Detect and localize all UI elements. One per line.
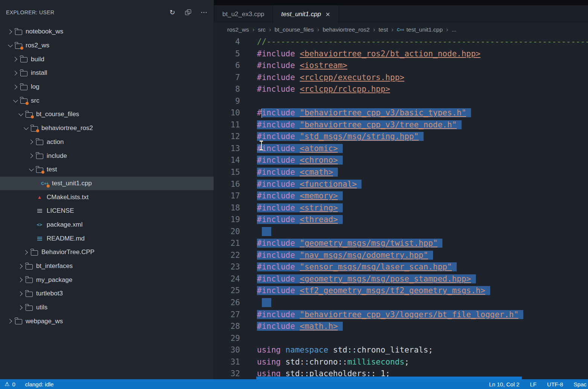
tree-item-package.xml[interactable]: <>package.xml <box>0 218 214 232</box>
line-number[interactable]: 7 <box>214 72 240 84</box>
chevron-expanded-icon[interactable] <box>12 97 19 104</box>
line-number[interactable]: 14 <box>214 154 240 166</box>
code-line[interactable]: 5#include <behaviortree_ros2/bt_action_n… <box>214 48 588 60</box>
chevron-collapsed-icon[interactable] <box>17 263 24 269</box>
status-cursor-position[interactable]: Ln 10, Col 2 <box>489 381 520 387</box>
code-line[interactable]: 28#include <math.h> <box>214 321 588 333</box>
code-line[interactable]: 23#include "sensor_msgs/msg/laser_scan.h… <box>214 261 588 273</box>
tree-item-action[interactable]: action <box>0 135 214 149</box>
line-number[interactable]: 26 <box>214 297 240 309</box>
tree-item-include[interactable]: include <box>0 149 214 163</box>
code-line[interactable]: 15#include <cmath> <box>214 166 588 179</box>
tree-item-build[interactable]: build <box>0 52 214 66</box>
chevron-collapsed-icon[interactable] <box>7 28 14 35</box>
line-number[interactable]: 22 <box>214 250 240 262</box>
chevron-collapsed-icon[interactable] <box>12 56 19 63</box>
chevron-collapsed-icon[interactable] <box>12 83 19 90</box>
line-number[interactable]: 23 <box>214 261 240 273</box>
line-number[interactable]: 15 <box>214 166 240 179</box>
code-line[interactable]: 13#include <atomic> <box>214 143 588 155</box>
breadcrumb-file[interactable]: C++test_unit1.cpp <box>397 26 443 33</box>
chevron-expanded-icon[interactable] <box>28 166 35 173</box>
tab-test_unit1.cpp[interactable]: test_unit1.cpp× <box>273 5 339 23</box>
line-number[interactable]: 24 <box>214 273 240 285</box>
code-line[interactable]: 19#include <thread> <box>214 214 588 226</box>
code-line[interactable]: 9 <box>214 95 588 107</box>
line-number[interactable]: 32 <box>214 368 240 379</box>
tree-item-src[interactable]: src <box>0 94 214 107</box>
code-line[interactable]: 30using namespace std::chrono_literals; <box>214 344 588 356</box>
tab-bt_u2_ex3.cpp[interactable]: bt_u2_ex3.cpp <box>214 5 273 23</box>
tree-item-turtlebot3[interactable]: turtlebot3 <box>0 287 214 301</box>
code-line[interactable]: 12#include "std_msgs/msg/string.hpp" <box>214 131 588 143</box>
breadcrumb-item-behaviortree_ros2[interactable]: behaviortree_ros2 <box>323 26 370 33</box>
chevron-collapsed-icon[interactable] <box>28 139 35 145</box>
collapse-folders-icon[interactable] <box>184 9 192 16</box>
tree-item-test[interactable]: test <box>0 163 214 177</box>
line-number[interactable]: 4 <box>214 36 240 48</box>
tree-item-test_unit1.cpp[interactable]: C++test_unit1.cpp <box>0 177 214 191</box>
code-line[interactable]: 24#include <geometry_msgs/msg/pose_stamp… <box>214 273 588 285</box>
status-eol-sequence[interactable]: LF <box>530 381 537 387</box>
code-line[interactable]: 31using std::chrono::milliseconds; <box>214 356 588 368</box>
code-line[interactable]: 16#include <functional> <box>214 179 588 191</box>
line-number[interactable]: 25 <box>214 285 240 297</box>
chevron-collapsed-icon[interactable] <box>17 277 24 283</box>
line-number[interactable]: 19 <box>214 214 240 226</box>
tree-item-utils[interactable]: utils <box>0 301 214 315</box>
line-number[interactable]: 17 <box>214 190 240 202</box>
line-number[interactable]: 27 <box>214 309 240 321</box>
code-line[interactable]: 10#include "behaviortree_cpp_v3/basic_ty… <box>214 107 588 119</box>
line-number[interactable]: 9 <box>214 95 240 107</box>
line-number[interactable]: 16 <box>214 179 240 191</box>
tree-item-BehaviorTree.CPP[interactable]: BehaviorTree.CPP <box>0 245 214 259</box>
line-number[interactable]: 8 <box>214 83 240 95</box>
code-line[interactable]: 27#include "behaviortree_cpp_v3/loggers/… <box>214 309 588 321</box>
problems-indicator[interactable]: ⚠ 0 <box>5 381 15 387</box>
tree-item-bt_interfaces[interactable]: bt_interfaces <box>0 259 214 273</box>
more-actions-icon[interactable]: ⋯ <box>200 9 208 16</box>
code-line[interactable]: 29 <box>214 333 588 345</box>
status-encoding[interactable]: UTF-8 <box>547 381 563 387</box>
code-line[interactable]: 20 <box>214 226 588 238</box>
chevron-expanded-icon[interactable] <box>7 42 14 49</box>
tree-item-log[interactable]: log <box>0 80 214 94</box>
line-number[interactable]: 28 <box>214 321 240 333</box>
chevron-collapsed-icon[interactable] <box>28 153 35 159</box>
line-number[interactable]: 12 <box>214 131 240 143</box>
code-line[interactable]: 22#include "nav_msgs/msg/odometry.hpp" <box>214 250 588 262</box>
chevron-collapsed-icon[interactable] <box>7 318 14 325</box>
tree-item-my_package[interactable]: my_package <box>0 273 214 287</box>
chevron-collapsed-icon[interactable] <box>17 290 24 297</box>
code-line[interactable]: 21#include "geometry_msgs/msg/twist.hpp" <box>214 238 588 250</box>
chevron-collapsed-icon[interactable] <box>12 70 19 76</box>
clangd-status[interactable]: clangd: idle <box>25 381 54 387</box>
breadcrumb-symbol-ellipsis[interactable]: ... <box>451 26 456 33</box>
code-line[interactable]: 17#include <memory> <box>214 190 588 202</box>
line-number[interactable]: 10 <box>214 107 240 119</box>
tree-item-README.md[interactable]: README.md <box>0 232 214 245</box>
line-number[interactable]: 21 <box>214 238 240 250</box>
line-number[interactable]: 20 <box>214 226 240 238</box>
close-tab-icon[interactable]: × <box>325 11 330 18</box>
line-number[interactable]: 30 <box>214 344 240 356</box>
refresh-explorer-icon[interactable]: ↻ <box>169 9 176 16</box>
line-number[interactable]: 29 <box>214 333 240 345</box>
status-indentation[interactable]: Spac <box>574 381 586 387</box>
tree-item-notebook_ws[interactable]: notebook_ws <box>0 25 214 39</box>
code-line[interactable]: 14#include <chrono> <box>214 154 588 166</box>
code-line[interactable]: 25#include <tf2_geometry_msgs/tf2_geomet… <box>214 285 588 297</box>
chevron-collapsed-icon[interactable] <box>23 249 29 256</box>
line-number[interactable]: 11 <box>214 119 240 131</box>
code-line[interactable]: 4//-------------------------------------… <box>214 36 588 48</box>
code-line[interactable]: 7#include <rclcpp/executors.hpp> <box>214 72 588 84</box>
breadcrumb-item-bt_course_files[interactable]: bt_course_files <box>275 26 314 33</box>
tree-item-LICENSE[interactable]: LICENSE <box>0 204 214 218</box>
line-number[interactable]: 13 <box>214 143 240 155</box>
tree-item-ros2_ws[interactable]: ros2_ws <box>0 39 214 53</box>
chevron-collapsed-icon[interactable] <box>17 304 24 311</box>
breadcrumb-item-ros2_ws[interactable]: ros2_ws <box>227 26 249 33</box>
tree-item-CMakeLists.txt[interactable]: ▲CMakeLists.txt <box>0 190 214 204</box>
tree-item-behaviortree_ros2[interactable]: behaviortree_ros2 <box>0 121 214 135</box>
code-line[interactable]: 11#include "behaviortree_cpp_v3/tree_nod… <box>214 119 588 131</box>
